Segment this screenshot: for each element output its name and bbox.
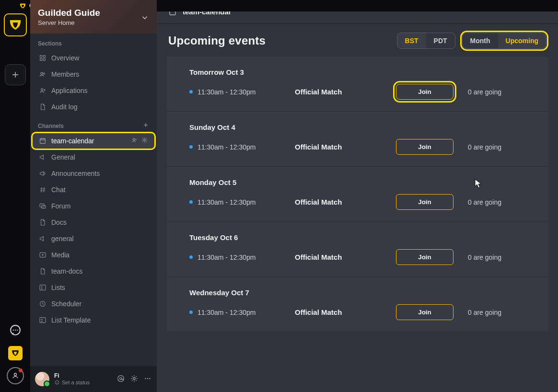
add-server-button[interactable] [5, 64, 26, 85]
svg-point-9 [41, 72, 43, 74]
channel-item-announcements[interactable]: Announcements [32, 165, 155, 182]
view-option-upcoming[interactable]: Upcoming [498, 33, 546, 48]
event-date: Tomorrow Oct 3 [189, 68, 525, 76]
section-item-applications[interactable]: Applications [32, 82, 155, 99]
guilded-shield-icon [8, 18, 23, 32]
channel-item-label: Lists [51, 284, 65, 291]
channel-item-forum[interactable]: Forum [32, 198, 155, 214]
event-color-dot-icon [189, 311, 193, 314]
media-icon [39, 251, 46, 259]
smile-icon [54, 380, 60, 385]
channel-item-label: General [51, 153, 75, 161]
mentions-button[interactable] [116, 374, 125, 384]
join-button[interactable]: Join [396, 304, 453, 320]
svg-point-3 [16, 330, 17, 331]
event-color-dot-icon [189, 255, 193, 259]
server-tile-active[interactable] [4, 13, 27, 36]
event-going: 0 are going [468, 254, 525, 261]
sidebar: Guilded Guide Server Home Sections Overv… [30, 0, 157, 392]
join-button[interactable]: Join [396, 84, 453, 100]
page-title: Upcoming events [168, 34, 266, 47]
channel-item-team-docs[interactable]: team-docs [32, 263, 155, 279]
channel-item-team-calendar[interactable]: team-calendar [32, 133, 155, 149]
section-item-audit-log[interactable]: Audit log [32, 99, 155, 115]
channel-item-general[interactable]: general [32, 231, 155, 247]
gear-icon [141, 137, 148, 144]
event-row[interactable]: Wednesday Oct 7 11:30am - 12:30pm Offici… [166, 277, 548, 332]
user-name: Fi [54, 373, 90, 379]
server-rail [0, 0, 30, 392]
svg-point-26 [133, 377, 136, 380]
event-color-dot-icon [189, 145, 193, 149]
join-button[interactable]: Join [396, 249, 453, 265]
timezone-option-bst[interactable]: BST [397, 33, 426, 48]
event-date: Tuesday Oct 6 [189, 233, 525, 242]
server-subtitle: Server Home [38, 19, 100, 26]
channel-item-lists[interactable]: Lists [32, 279, 155, 296]
channel-add-user-button[interactable] [131, 137, 138, 145]
svg-point-25 [120, 377, 122, 380]
timezone-toggle: BSTPDT [397, 33, 455, 49]
svg-point-27 [145, 378, 146, 379]
channel-item-label: team-docs [51, 267, 82, 275]
event-row[interactable]: Tuesday Oct 6 11:30am - 12:30pm Official… [166, 222, 548, 277]
svg-point-13 [133, 138, 135, 140]
event-row[interactable]: Sunday Oct 4 11:30am - 12:30pm Official … [166, 112, 548, 167]
more-button[interactable] [143, 374, 152, 384]
event-name: Official Match [295, 143, 382, 151]
channel-item-label: Media [51, 251, 70, 259]
channel-item-list-template[interactable]: List Template [32, 312, 155, 328]
notification-dot-icon [19, 369, 23, 372]
channel-item-docs[interactable]: Docs [32, 214, 155, 231]
channel-item-media[interactable]: Media [32, 247, 155, 263]
server-header[interactable]: Guilded Guide Server Home [30, 0, 157, 34]
svg-rect-12 [40, 138, 46, 143]
event-date: Wednesday Oct 7 [189, 288, 525, 297]
event-row[interactable]: Monday Oct 5 11:30am - 12:30pm Official … [166, 167, 548, 222]
event-going: 0 are going [468, 309, 525, 316]
sections-header: Sections [30, 34, 157, 50]
settings-button[interactable] [130, 374, 139, 384]
join-button[interactable]: Join [396, 194, 453, 210]
svg-rect-6 [43, 56, 45, 58]
users-icon [39, 70, 46, 78]
ellipsis-icon [143, 374, 152, 383]
svg-rect-5 [40, 56, 42, 58]
clock-icon [39, 300, 46, 308]
svg-point-4 [14, 373, 16, 376]
discover-rail-icon[interactable] [7, 367, 24, 384]
channel-item-scheduler[interactable]: Scheduler [32, 296, 155, 312]
doc-icon [39, 219, 46, 226]
timezone-option-pdt[interactable]: PDT [426, 33, 455, 48]
svg-point-2 [14, 330, 15, 331]
channel-item-general[interactable]: General [32, 149, 155, 165]
cursor-icon [475, 179, 482, 190]
section-item-overview[interactable]: Overview [32, 50, 155, 66]
event-name: Official Match [295, 308, 382, 316]
channel-item-chat[interactable]: Chat [32, 182, 155, 198]
channel-item-label: Forum [51, 202, 70, 210]
view-option-month[interactable]: Month [463, 33, 498, 48]
server-title: Guilded Guide [38, 8, 100, 18]
forum-icon [39, 202, 46, 210]
event-row[interactable]: Tomorrow Oct 3 11:30am - 12:30pm Officia… [166, 57, 548, 112]
gear-icon [130, 374, 139, 383]
section-item-members[interactable]: Members [32, 66, 155, 82]
channel-settings-button[interactable] [141, 137, 148, 145]
event-going: 0 are going [468, 198, 525, 206]
section-item-label: Members [51, 70, 79, 78]
svg-rect-8 [43, 58, 45, 60]
svg-point-10 [43, 73, 45, 74]
add-channel-button[interactable] [142, 122, 149, 130]
channel-item-label: Scheduler [51, 300, 81, 308]
join-button[interactable]: Join [396, 139, 453, 155]
chat-bubble-icon [9, 324, 22, 337]
plus-icon [142, 122, 149, 128]
event-date: Sunday Oct 4 [189, 123, 525, 131]
user-avatar[interactable] [35, 372, 49, 386]
svg-point-22 [56, 381, 57, 382]
event-name: Official Match [295, 88, 382, 96]
messages-rail-icon[interactable] [7, 322, 24, 339]
home-rail-icon[interactable] [8, 346, 23, 360]
set-status-button[interactable]: Set a status [54, 380, 90, 385]
